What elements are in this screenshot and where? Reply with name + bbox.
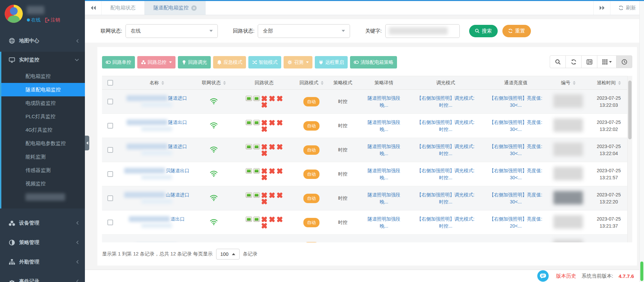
tab-distribution-box-status[interactable]: 配电箱状态 [102,1,145,15]
realtime-submenu: 配电箱监控 隧道配电箱监控 电缆防盗监控 PLC灯具监控 4G灯具监控 配电箱电… [1,68,85,204]
sidebar-item-tunnel-distribution-box[interactable]: 隧道配电箱监控 [1,83,85,96]
dimming-mode-link[interactable]: 【右侧加强照明】调光模式:时控... [417,216,475,229]
tabs-scroll-right-button[interactable] [593,1,610,15]
sidebar-item-device-management[interactable]: 设备管理 [0,213,85,233]
table-view-button[interactable] [581,55,597,68]
emergency-mode-button[interactable]: 应急模式 [213,56,246,68]
policy-detail-link[interactable]: 隧道照明加强段晚... [367,168,400,180]
table-search-button[interactable] [550,55,566,68]
dimming-mode-link[interactable]: 【右侧加强照明】调光模式:时控... [417,95,475,108]
dimming-mode-link[interactable]: 【右侧加强照明】调光模式:时控... [417,144,475,156]
brightness-link[interactable]: 【右侧加强照明】亮度值:30<... [489,144,542,156]
refresh-tab-button[interactable]: 刷新 [610,1,644,15]
list-icon [587,59,592,65]
smart-mode-button[interactable]: 智能模式 [248,56,281,68]
row-checkbox[interactable] [107,171,113,177]
page-scrollbar-thumb[interactable] [640,262,643,281]
device-name-link[interactable]: 山隧道进口 [166,192,189,197]
circuit-off-icon [269,120,275,126]
sidebar-item-plc-lamps[interactable]: PLC灯具监控 [1,110,85,123]
chat-bubble-icon[interactable] [537,270,549,282]
circuit-status-select[interactable]: 全部 [258,24,350,38]
network-status-select[interactable]: 在线 [126,24,218,38]
sort-icon[interactable] [161,81,164,85]
brightness-link[interactable]: 【右侧加强照明】亮度值:20<... [489,216,542,229]
device-name-link[interactable]: 贝隧道出口 [166,168,189,173]
sidebar-item-video[interactable]: 视频监控 [1,177,85,190]
brightness-link[interactable]: 【右侧加强照明】亮度值:30<... [489,168,542,180]
clock-icon [622,59,627,65]
dimming-mode-link[interactable]: 【右侧加强照明】调光模式:时控... [417,120,475,132]
sidebar-item-box-parameters[interactable]: 配电箱电参数监控 [1,137,85,150]
circuit-off-icon [261,144,267,150]
reset-button[interactable]: 重置 [502,25,531,37]
sidebar-item-field-management[interactable]: 外勤管理 [0,252,85,272]
policy-detail-link[interactable]: 隧道照明加强段晚... [367,120,400,132]
row-checkbox[interactable] [107,123,113,129]
circuit-master-control-button[interactable]: 回路总控 [137,56,176,68]
clear-policy-button[interactable]: 清除配电箱策略 [350,56,397,68]
device-name-link[interactable]: 道出口 [170,216,185,222]
circuit-off-icon [261,223,267,229]
sidebar-item-realtime-monitoring[interactable]: 实时监控 [1,52,85,68]
table-columns-button[interactable] [597,55,616,68]
brightness-link[interactable]: 【右侧加强照明】亮度值:30<... [489,192,542,204]
circuit-off-icon [277,168,283,174]
sidebar-item-sensors[interactable]: 传感器监测 [1,163,85,177]
keyword-input[interactable] [385,24,460,38]
sidebar-item-cable-antitheft[interactable]: 电缆防盗监控 [1,96,85,110]
circuit-on-icon [246,120,252,125]
table-scrollbar[interactable] [627,76,632,242]
tab-tunnel-distribution-monitoring[interactable]: 隧道配电箱监控 ✕ [145,1,206,15]
sort-icon[interactable] [321,81,324,85]
row-checkbox[interactable] [107,99,113,104]
close-icon[interactable]: ✕ [191,5,197,11]
pagination-summary: 显示第 1 到第 12 条记录，总共 12 条记录 每页显示 [102,251,213,257]
sidebar-item-map-center[interactable]: 地图中心 [0,33,85,49]
dimming-mode-link[interactable]: 【右侧加强照明】调光模式:时控... [417,192,475,204]
sidebar-item-distribution-box[interactable]: 配电箱监控 [1,69,85,83]
device-name-link[interactable]: 隧道出口 [168,120,187,125]
circuit-on-icon [253,144,260,149]
logout-button[interactable]: 注销 [45,17,60,23]
policy-detail-link[interactable]: 隧道照明加强段晚... [367,192,400,204]
sidebar-collapse-handle[interactable] [85,136,89,150]
wifi-online-icon [210,98,218,104]
circuit-dimming-button[interactable]: 回路调光 [178,56,211,68]
table-scrollbar-thumb[interactable] [628,81,632,139]
version-history-link[interactable]: 版本历史 [556,273,576,279]
sort-icon[interactable] [573,81,576,85]
table-history-button[interactable] [616,55,632,68]
policy-detail-link[interactable]: 隧道照明加强段晚... [367,95,400,108]
refresh-icon [571,59,577,65]
sidebar-item-4g-lamps[interactable]: 4G灯具监控 [1,123,85,137]
remote-restart-button[interactable]: 远程重启 [315,56,348,68]
sidebar-item-redacted[interactable] [1,190,85,204]
circuit-on-icon [246,96,252,101]
circuit-single-control-button[interactable]: 回路单控 [102,56,135,68]
page-scrollbar[interactable] [639,1,644,282]
sort-icon[interactable] [223,81,226,85]
sidebar-item-energy[interactable]: 能耗监测 [1,150,85,163]
brightness-link[interactable]: 【右侧加强照明】亮度值:30<... [489,120,542,132]
sidebar-item-event-records[interactable]: 事件记录 [0,272,85,282]
policy-detail-link[interactable]: 隧道照明加强段晚... [367,144,400,156]
sidebar-item-policy-management[interactable]: 策略管理 [0,233,85,252]
sort-icon[interactable] [618,81,621,85]
tabs-scroll-left-button[interactable] [85,1,102,15]
call-test-button[interactable]: 召测 [284,56,312,68]
brightness-link[interactable]: 【右侧加强照明】亮度值:30<... [489,95,542,108]
device-name-link[interactable]: 隧道进口 [168,144,187,149]
select-all-checkbox[interactable] [107,80,113,86]
page-size-select[interactable]: 100 [216,249,240,260]
policy-mode: 时控 [327,210,359,235]
device-name-link[interactable]: 隧道进口 [168,95,187,101]
dimming-mode-link[interactable]: 【右侧加强照明】调光模式:时控... [417,168,475,180]
policy-detail-link[interactable]: 隧道照明加强段晚... [367,216,400,229]
table-row: 隧道进口 自动 时控 隧道照明加强段晚... 【右侧加强照明】调光模式:时控..… [102,138,631,162]
row-checkbox[interactable] [107,220,113,225]
table-refresh-button[interactable] [565,55,582,68]
row-checkbox[interactable] [107,147,113,153]
search-button[interactable]: 搜索 [469,25,498,37]
row-checkbox[interactable] [107,195,113,201]
